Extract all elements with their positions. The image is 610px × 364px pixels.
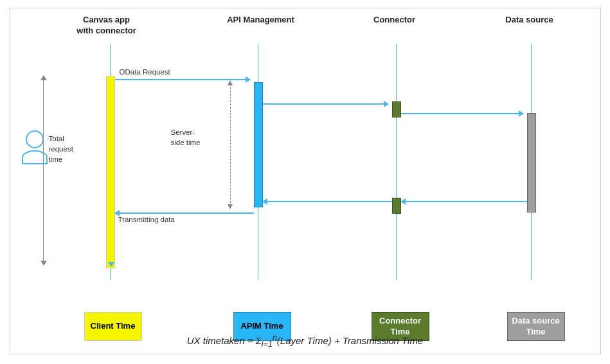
bottom-box-client-label: Client Time: [91, 321, 136, 332]
server-side-arrow-down: [228, 204, 233, 209]
label-transmitting-data: Transmitting data: [118, 216, 175, 223]
arrow-datasource-connector-return: [401, 201, 527, 202]
activation-apim: [254, 82, 263, 207]
canvas-bottom-arrow: [108, 262, 114, 267]
label-server-side-time: Server-side time: [171, 127, 201, 148]
activation-connector-top: [392, 101, 401, 117]
col-header-datasource: Data source: [504, 15, 555, 26]
total-request-label: Totalrequesttime: [49, 134, 73, 164]
col-header-canvas: Canvas appwith connector: [75, 15, 139, 37]
server-side-dashed-top: [230, 84, 231, 206]
server-side-arrow-up: [228, 80, 233, 85]
col-header-connector: Connector: [369, 15, 420, 26]
arrow-apim-connector: [263, 103, 388, 105]
formula-text: UX timetaken = Σi=1n(Layer Time) + Trans…: [187, 335, 424, 346]
activation-datasource: [527, 113, 536, 212]
arrow-connector-datasource: [401, 113, 523, 114]
bottom-box-apim-label: APIM Time: [240, 321, 283, 332]
activation-canvas: [106, 76, 115, 268]
arrow-transmitting-data: [115, 212, 254, 214]
total-request-arrow: [43, 76, 44, 265]
col-header-apim: API Management: [226, 15, 296, 26]
label-odata-request: OData Request: [120, 68, 170, 76]
formula-area: UX timetaken = Σi=1n(Layer Time) + Trans…: [10, 333, 600, 349]
lifeline-connector: [396, 44, 397, 280]
diagram-container: Canvas appwith connector API Management …: [10, 8, 601, 354]
arrow-connector-apim-return: [263, 201, 392, 202]
activation-connector-bottom: [392, 198, 401, 214]
